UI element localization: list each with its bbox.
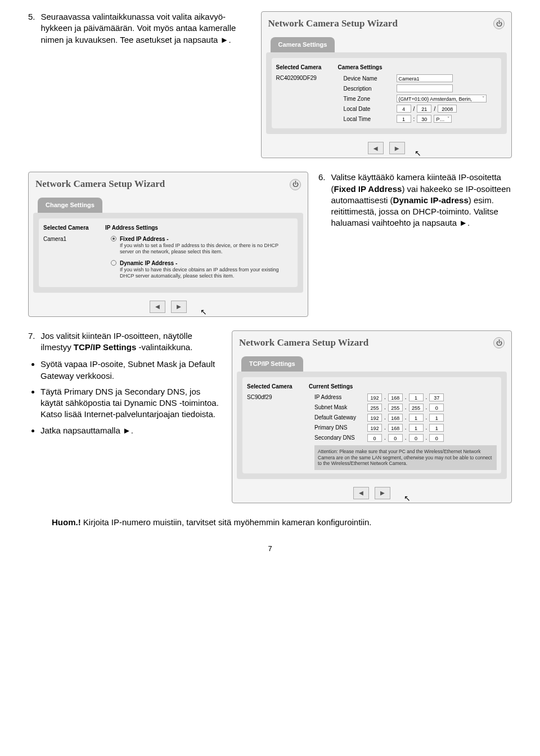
pdns-input[interactable]: 192: [367, 424, 382, 432]
label-ip-address: IP Address: [314, 393, 365, 401]
sdns-input[interactable]: 0: [409, 434, 424, 442]
ip-input[interactable]: 168: [388, 393, 403, 401]
page-number: 7: [28, 544, 512, 554]
pdns-input[interactable]: 1: [429, 424, 444, 432]
wizard3-tab[interactable]: TCP/IP Settings: [241, 356, 303, 372]
sdns-input[interactable]: 0: [388, 434, 403, 442]
wizard2-title: Network Camera Setup Wizard: [35, 178, 165, 191]
selected-camera-value: RC402090DF29: [276, 74, 338, 125]
step7-bullet: Täytä Primary DNS ja Secondary DNS, jos …: [40, 386, 222, 421]
col-selected-camera: Selected Camera: [247, 383, 309, 391]
step7-text: Jos valitsit kiinteän IP‑osoitteen, näyt…: [41, 330, 222, 354]
fixed-ip-description: If you wish to set a fixed IP address to…: [120, 243, 293, 255]
fixed-ip-radio[interactable]: [111, 236, 116, 241]
dynamic-ip-radio[interactable]: [111, 260, 116, 266]
wizard3-title: Network Camera Setup Wizard: [239, 337, 368, 350]
subnet-input[interactable]: 255: [409, 404, 424, 411]
ip-input[interactable]: 1: [409, 393, 424, 401]
subnet-input[interactable]: 0: [429, 404, 444, 411]
power-icon[interactable]: [493, 18, 505, 29]
time-min-input[interactable]: 30: [417, 115, 431, 123]
label-secondary-dns: Secondary DNS: [314, 434, 365, 442]
wizard2-tab[interactable]: Change Settings: [38, 198, 102, 213]
subnet-input[interactable]: 255: [367, 404, 382, 411]
gateway-input[interactable]: 192: [367, 414, 382, 422]
wizard-change-settings: Network Camera Setup Wizard Change Setti…: [28, 172, 308, 316]
step7-bullet: Jatka napsauttamalla ►.: [40, 425, 222, 436]
wizard-tcpip-settings: Network Camera Setup Wizard TCP/IP Setti…: [232, 330, 512, 503]
prev-button[interactable]: ◄: [353, 487, 369, 499]
gateway-input[interactable]: 1: [429, 414, 444, 422]
fixed-ip-label: Fixed IP Address -: [120, 235, 293, 243]
dynamic-ip-label: Dynamic IP Address -: [120, 260, 293, 267]
pdns-input[interactable]: 168: [388, 424, 403, 432]
subnet-input[interactable]: 255: [388, 404, 403, 411]
gateway-input[interactable]: 1: [409, 414, 424, 422]
label-description: Description: [344, 85, 394, 93]
description-input[interactable]: [397, 84, 453, 92]
next-button[interactable]: ►: [375, 487, 390, 499]
next-button[interactable]: ►: [389, 142, 405, 154]
prev-button[interactable]: ◄: [368, 142, 384, 154]
power-icon[interactable]: [290, 179, 301, 190]
cursor-icon: ↖: [200, 307, 207, 317]
power-icon[interactable]: [493, 337, 505, 348]
ip-input[interactable]: 192: [367, 393, 382, 401]
cursor-icon: ↖: [404, 493, 411, 504]
sdns-input[interactable]: 0: [367, 434, 382, 442]
pdns-input[interactable]: 1: [409, 424, 424, 432]
wizard1-title: Network Camera Setup Wizard: [268, 17, 398, 30]
date-month-input[interactable]: 21: [417, 105, 431, 113]
col-selected-camera: Selected Camera: [276, 64, 338, 71]
step5-text: Seuraavassa valintaikku­nassa voit valit…: [41, 11, 251, 46]
step7-number: 7.: [28, 330, 35, 354]
prev-button[interactable]: ◄: [150, 301, 165, 313]
col-current-settings: Current Settings: [309, 383, 497, 391]
label-primary-dns: Primary DNS: [314, 424, 365, 432]
col-camera-settings: Camera Settings: [338, 64, 497, 71]
device-name-input[interactable]: Camera1: [397, 74, 453, 82]
selected-camera-value: SC90df29: [247, 393, 309, 470]
label-local-date: Local Date: [344, 105, 394, 113]
time-hour-input[interactable]: 1: [397, 115, 411, 123]
step6-number: 6.: [318, 172, 326, 229]
dynamic-ip-description: If you wish to have this device obtains …: [120, 267, 293, 279]
label-device-name: Device Name: [344, 75, 394, 83]
date-year-input[interactable]: 2008: [438, 105, 457, 113]
label-time-zone: Time Zone: [344, 95, 394, 103]
step5-number: 5.: [28, 11, 35, 46]
sdns-input[interactable]: 0: [429, 434, 444, 442]
gateway-input[interactable]: 168: [388, 414, 403, 422]
time-ampm-select[interactable]: PM: [434, 115, 452, 123]
ip-input[interactable]: 37: [429, 393, 444, 401]
wizard1-tab[interactable]: Camera Settings: [271, 37, 335, 52]
label-subnet-mask: Subnet Mask: [314, 404, 365, 411]
step7-note: Huom.! Kirjoita IP‑numero muistiin, tarv…: [52, 517, 512, 528]
step7-bullet: Syötä vapaa IP‑osoite, Subnet Mask ja De…: [40, 359, 222, 382]
time-zone-select[interactable]: (GMT+01:00) Amsterdam, Berin,: [397, 95, 487, 102]
date-day-input[interactable]: 4: [397, 105, 411, 113]
col-ip-address-settings: IP Address Settings: [105, 224, 293, 232]
wizard-camera-settings: Network Camera Setup Wizard Camera Setti…: [261, 11, 512, 158]
cursor-icon: ↖: [415, 148, 421, 159]
attention-note: Attention: Please make sure that your PC…: [314, 445, 497, 470]
next-button[interactable]: ►: [171, 301, 187, 313]
label-local-time: Local Time: [344, 115, 394, 123]
label-default-gateway: Default Gateway: [314, 414, 365, 422]
col-selected-camera: Selected Camera: [43, 224, 105, 232]
step6-text: Valitse käyttääkö kame­ra kiinteää IP‑os…: [331, 172, 512, 229]
selected-camera-value: Camera1: [43, 235, 105, 284]
